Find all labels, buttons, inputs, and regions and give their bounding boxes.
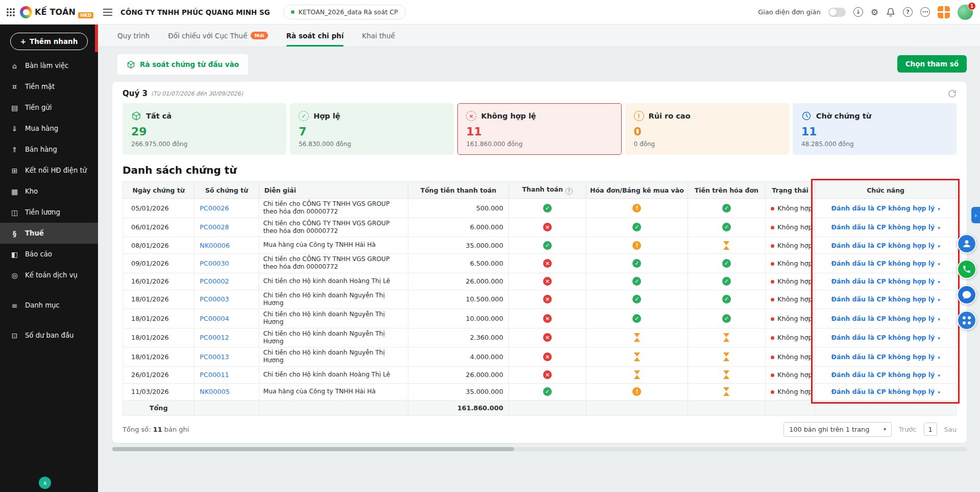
cell-doc-no: PC00012 (194, 328, 259, 347)
page-size-select[interactable]: 100 bản ghi trên 1 trang ▾ (783, 422, 892, 437)
check-icon: ✓ (543, 387, 552, 396)
sidebar-item-ban-hang[interactable]: ⇑Bán hàng (0, 139, 98, 160)
app-grid-icon[interactable] (6, 8, 15, 16)
tab-ra-soat-chi-phi[interactable]: Rà soát chi phí (286, 25, 344, 46)
data-context-badge[interactable]: KETOAN_2026_data Rà soát CP (283, 5, 406, 19)
current-page[interactable]: 1 (924, 423, 937, 436)
cell-invoice-amount-status (688, 328, 765, 347)
more-icon[interactable]: ⋯ (920, 7, 930, 17)
column-header-5: Thanh toán? (508, 182, 586, 199)
mark-invalid-expense-dropdown[interactable]: Đánh dấu là CP không hợp lý▾ (815, 199, 957, 218)
mark-invalid-expense-dropdown[interactable]: Đánh dấu là CP không hợp lý▾ (815, 273, 957, 290)
doc-link[interactable]: PC00003 (200, 295, 229, 303)
sidebar-accent-strip (95, 25, 98, 52)
choose-params-button[interactable]: Chọn tham số (897, 55, 967, 73)
horizontal-scrollbar[interactable] (112, 447, 967, 451)
tab-label: Đối chiếu với Cục Thuế (168, 32, 247, 40)
doc-link[interactable]: PC00013 (200, 353, 229, 361)
cell-payment-status: × (508, 290, 586, 309)
stat-card-invalid[interactable]: ×Không hợp lệ11161.860.000 đồng (457, 103, 621, 155)
tab-khai-thue[interactable]: Khai thuế (362, 25, 395, 46)
main-content: Quy trìnhĐối chiếu với Cục ThuếMớiRà soá… (98, 25, 980, 492)
side-panel-expand-tab[interactable]: › (971, 207, 980, 223)
tab-doi-chieu-cuc-thue[interactable]: Đối chiếu với Cục ThuếMới (168, 25, 268, 46)
scrollbar-thumb[interactable] (112, 447, 514, 451)
doc-link[interactable]: NK00006 (200, 242, 230, 249)
stat-label: Rủi ro cao (649, 112, 691, 120)
chat-support-fab[interactable] (957, 285, 976, 304)
sidebar-item-tien-luong[interactable]: ◫Tiền lương (0, 202, 98, 223)
doc-link[interactable]: PC00028 (200, 223, 229, 231)
avatar[interactable]: 1 (958, 5, 973, 20)
stat-card-valid[interactable]: ✓Hợp lệ756.830.000 đồng (290, 103, 454, 155)
simple-ui-toggle[interactable] (828, 8, 846, 17)
sidebar-scroll-up-button[interactable]: ∧ (39, 477, 51, 489)
support-person-fab[interactable] (957, 234, 976, 253)
next-page-button[interactable]: Sau (944, 426, 957, 433)
doc-link[interactable]: NK00005 (200, 388, 230, 395)
cell-date: 18/01/2026 (123, 347, 194, 367)
sidebar-item-ket-noi-hd-dien-tu[interactable]: ⊞Kết nối HĐ điện tử (0, 160, 98, 181)
gear-icon[interactable]: ⚙ (871, 7, 878, 17)
prev-page-button[interactable]: Trước (899, 426, 917, 433)
period-title: Quý 3 (122, 89, 148, 98)
mark-invalid-expense-dropdown[interactable]: Đánh dấu là CP không hợp lý▾ (815, 309, 957, 329)
stat-card-header: !Rủi ro cao (634, 111, 780, 121)
sidebar-item-kho[interactable]: ▦Kho (0, 181, 98, 202)
bell-icon[interactable] (886, 8, 895, 17)
table-row: 26/01/2026PC00011Chi tiền cho Hộ kinh do… (123, 366, 957, 383)
table-row: 18/01/2026PC00003Chi tiền cho Hộ kinh do… (123, 290, 957, 309)
sidebar-item-ke-toan-dich-vu[interactable]: ◎Kế toán dịch vụ (0, 265, 98, 286)
check-icon: ✓ (632, 259, 641, 268)
sidebar-item-thue[interactable]: §Thuế (0, 223, 98, 244)
sidebar-item-tien-gui[interactable]: ▤Tiền gửi (0, 97, 98, 118)
download-icon[interactable]: ↓ (853, 7, 863, 17)
chevron-down-icon: ▾ (938, 390, 940, 395)
doc-link[interactable]: PC00002 (200, 277, 229, 285)
sidebar-item-danh-muc[interactable]: ≡Danh mục (0, 295, 98, 316)
sidebar-item-bao-cao[interactable]: ◧Báo cáo (0, 244, 98, 265)
simple-ui-label: Giao diện đơn giản (758, 8, 821, 16)
help-icon[interactable]: ? (903, 7, 913, 17)
sidebar-item-tien-mat[interactable]: ¤Tiền mặt (0, 76, 98, 97)
cell-payment-status: × (508, 328, 586, 347)
phone-support-fab[interactable] (957, 260, 976, 279)
doc-link[interactable]: PC00026 (200, 204, 229, 212)
sidebar-item-ban-lam-viec[interactable]: ⌂Bàn làm việc (0, 55, 98, 76)
cell-date: 06/01/2026 (123, 218, 194, 237)
sidebar-item-so-du-ban-dau[interactable]: ⊡Số dư ban đầu (0, 325, 98, 346)
cell-doc-no: PC00002 (194, 273, 259, 290)
mark-invalid-expense-dropdown[interactable]: Đánh dấu là CP không hợp lý▾ (815, 328, 957, 347)
payroll-icon: ◫ (10, 208, 19, 217)
stat-card-wait[interactable]: Chờ chứng từ1148.285.000 đồng (793, 103, 957, 155)
tab-quy-trinh[interactable]: Quy trình (117, 25, 150, 46)
mark-invalid-expense-dropdown[interactable]: Đánh dấu là CP không hợp lý▾ (815, 218, 957, 237)
doc-link[interactable]: PC00030 (200, 260, 229, 267)
stat-card-risk[interactable]: !Rủi ro cao00 đồng (625, 103, 789, 155)
mark-invalid-expense-dropdown[interactable]: Đánh dấu là CP không hợp lý▾ (815, 254, 957, 273)
mark-invalid-expense-dropdown[interactable]: Đánh dấu là CP không hợp lý▾ (815, 383, 957, 400)
doc-link[interactable]: PC00004 (200, 315, 229, 322)
stat-card-all[interactable]: Tất cả29266.975.000 đồng (122, 103, 286, 155)
quick-add-button[interactable]: + Thêm nhanh (10, 33, 88, 50)
hamburger-icon[interactable] (103, 12, 112, 13)
refresh-icon[interactable] (948, 89, 957, 98)
mark-invalid-expense-dropdown[interactable]: Đánh dấu là CP không hợp lý▾ (815, 347, 957, 367)
cell-invoice-status: ! (586, 237, 688, 254)
cell-doc-no: PC00028 (194, 218, 259, 237)
help-icon[interactable]: ? (566, 188, 573, 195)
gift-icon[interactable] (938, 6, 950, 18)
cell-description: Mua hàng của Công ty TNHH Hải Hà (259, 237, 408, 254)
services-icon: ◎ (10, 271, 19, 279)
doc-link[interactable]: PC00011 (200, 371, 229, 379)
cross-icon: × (543, 223, 552, 231)
apps-grid-fab[interactable] (957, 311, 976, 330)
subtab-input-document-review[interactable]: Rà soát chứng từ đầu vào (117, 54, 248, 75)
warn-icon: ! (632, 241, 641, 250)
doc-link[interactable]: PC00012 (200, 334, 229, 341)
section-title: Danh sách chứng từ (122, 164, 957, 176)
mark-invalid-expense-dropdown[interactable]: Đánh dấu là CP không hợp lý▾ (815, 290, 957, 309)
sidebar-item-mua-hang[interactable]: ⇓Mua hàng (0, 118, 98, 139)
mark-invalid-expense-dropdown[interactable]: Đánh dấu là CP không hợp lý▾ (815, 237, 957, 254)
mark-invalid-expense-dropdown[interactable]: Đánh dấu là CP không hợp lý▾ (815, 366, 957, 383)
